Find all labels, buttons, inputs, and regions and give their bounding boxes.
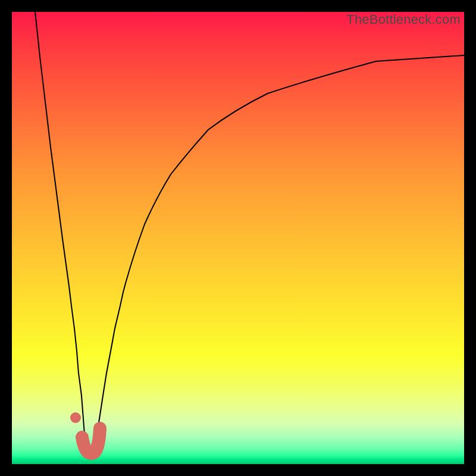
chart-svg bbox=[12, 12, 464, 464]
curve-right-branch bbox=[99, 55, 464, 419]
curve-left-branch bbox=[35, 12, 82, 396]
highlight-dot bbox=[70, 412, 81, 423]
outer-frame: TheBottleneck.com bbox=[0, 0, 476, 476]
plot-area: TheBottleneck.com bbox=[12, 12, 464, 464]
highlight-j-mark bbox=[82, 428, 100, 453]
